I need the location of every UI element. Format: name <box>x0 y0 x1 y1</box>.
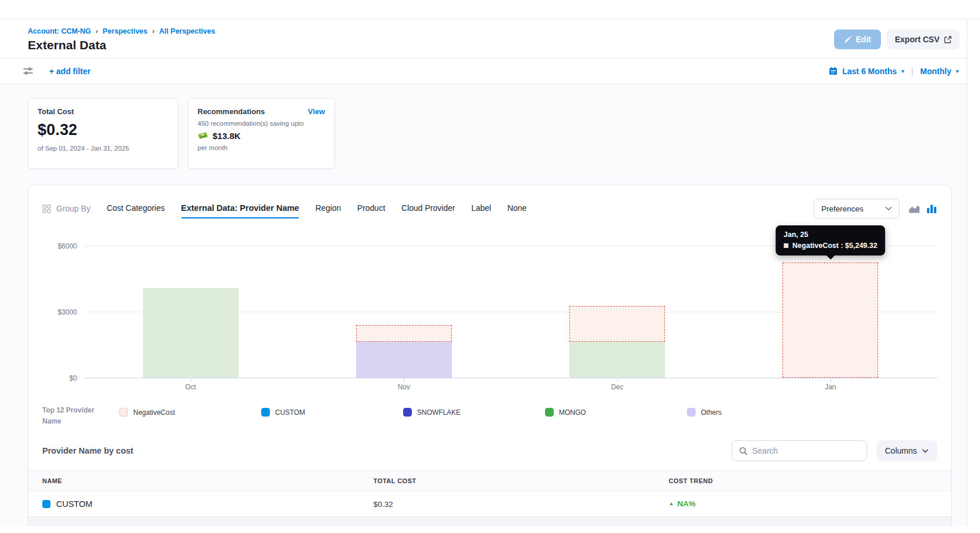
cell-total-cost: $0.32 <box>374 499 669 509</box>
cell-cost-trend: ▲NA% <box>668 499 937 508</box>
legend-item-snowflake[interactable]: SNOWFLAKE <box>403 405 545 417</box>
time-filters: Last 6 Months ▾ | Monthly ▾ <box>829 66 959 76</box>
page-title: External Data <box>28 38 215 52</box>
page-header: Account: CCM-NG›Perspectives›All Perspec… <box>0 20 967 58</box>
recommendations-label: Recommendations <box>198 107 265 116</box>
search-box <box>732 440 867 461</box>
bar-negativecost-jan[interactable] <box>782 262 878 378</box>
legend-swatch-icon <box>403 408 412 417</box>
cell-name: CUSTOM <box>42 499 374 509</box>
x-axis-tick <box>617 379 618 382</box>
tab-product[interactable]: Product <box>357 203 385 214</box>
bar-mongo-oct[interactable] <box>143 288 239 378</box>
y-axis-tick-label: $3000 <box>42 308 77 316</box>
trend-up-icon: ▲ <box>668 501 674 506</box>
header-actions: Edit Export CSV <box>834 30 960 49</box>
breadcrumb-item[interactable]: All Perspectives <box>159 27 215 35</box>
legend-swatch-icon <box>545 408 554 417</box>
legend-swatch-icon <box>261 408 270 417</box>
column-header-name[interactable]: NAME <box>42 477 374 484</box>
area-chart-icon[interactable] <box>908 204 920 214</box>
edit-button[interactable]: Edit <box>834 30 881 49</box>
x-axis-label: Nov <box>297 383 510 391</box>
chart-x-axis: OctNovDecJan <box>84 378 937 391</box>
chart-tooltip: Jan, 25 NegativeCost : $5,249.32 <box>776 225 886 255</box>
search-icon <box>739 447 748 455</box>
group-by-label: Group By <box>56 204 90 213</box>
chart-legend: Top 12 Provider Name NegativeCostCUSTOMS… <box>28 391 951 426</box>
legend-item-label: Others <box>701 408 722 417</box>
column-header-total-cost[interactable]: TOTAL COST <box>374 477 669 484</box>
chevron-down-icon[interactable]: ▾ <box>956 68 959 74</box>
tab-none[interactable]: None <box>507 203 526 214</box>
legend-item-label: NegativeCost <box>133 408 175 417</box>
tab-label[interactable]: Label <box>471 203 491 214</box>
tooltip-title: Jan, 25 <box>784 231 877 239</box>
bar-group-nov <box>356 236 452 378</box>
perspective-panel: Group By Cost CategoriesExternal Data: P… <box>28 185 952 526</box>
group-by-tabs: Cost CategoriesExternal Data: Provider N… <box>107 203 526 214</box>
columns-button[interactable]: Columns <box>876 440 937 461</box>
content-area: Total Cost $0.32 of Sep 01, 2024 - Jan 3… <box>0 84 967 526</box>
group-by-label-wrap: Group By <box>42 204 90 213</box>
tab-cloud-provider[interactable]: Cloud Provider <box>401 203 455 214</box>
legend-item-negativecost[interactable]: NegativeCost <box>119 405 261 417</box>
filter-settings-icon[interactable] <box>23 67 33 75</box>
chevron-down-icon <box>885 206 892 211</box>
table-section-header: Provider Name by cost Columns <box>28 426 951 470</box>
window-top-margin <box>0 0 980 19</box>
table-body: CUSTOM$0.32▲NA% <box>28 491 951 517</box>
legend-item-label: MONGO <box>559 408 586 417</box>
total-cost-value: $0.32 <box>374 500 393 509</box>
preferences-dropdown[interactable]: Preferences <box>814 199 899 218</box>
grid-icon <box>42 205 51 213</box>
tab-region[interactable]: Region <box>315 203 341 214</box>
bar-negativecost-dec[interactable] <box>569 306 665 341</box>
total-cost-period: of Sep 01, 2024 - Jan 31, 2025 <box>38 145 169 152</box>
y-axis-tick-label: $6000 <box>42 242 77 250</box>
recommendations-summary: 450 recommendation(s) saving upto <box>198 120 325 127</box>
column-header-cost-trend[interactable]: COST TREND <box>668 477 937 484</box>
x-axis-tick <box>404 379 404 382</box>
breadcrumb: Account: CCM-NG›Perspectives›All Perspec… <box>28 27 215 35</box>
savings-amount: $13.8K <box>213 131 240 141</box>
legend-item-others[interactable]: Others <box>687 405 829 417</box>
x-axis-tick <box>831 379 831 382</box>
bar-mongo-dec[interactable] <box>569 342 665 378</box>
breadcrumb-item[interactable]: Account: CCM-NG <box>28 27 91 35</box>
tab-cost-categories[interactable]: Cost Categories <box>107 203 164 214</box>
legend-items: NegativeCostCUSTOMSNOWFLAKEMONGOOthers <box>119 405 937 417</box>
granularity-dropdown[interactable]: Monthly <box>920 67 952 76</box>
time-range-dropdown[interactable]: Last 6 Months <box>842 67 897 76</box>
export-csv-button[interactable]: Export CSV <box>887 30 960 49</box>
x-axis-label: Oct <box>84 383 297 391</box>
header-left: Account: CCM-NG›Perspectives›All Perspec… <box>28 27 215 52</box>
trend-percent: NA% <box>677 499 696 508</box>
legend-item-label: SNOWFLAKE <box>417 408 460 417</box>
chevron-down-icon[interactable]: ▾ <box>901 68 904 74</box>
legend-item-mongo[interactable]: MONGO <box>545 405 687 417</box>
savings-period: per month <box>198 144 325 151</box>
x-axis-label: Jan <box>724 383 937 391</box>
total-cost-card: Total Cost $0.32 of Sep 01, 2024 - Jan 3… <box>28 98 178 169</box>
chart-controls: Preferences <box>814 199 937 218</box>
money-icon <box>198 132 209 140</box>
provider-color-swatch <box>42 500 50 508</box>
bar-negativecost-nov[interactable] <box>356 325 452 341</box>
breadcrumb-separator: › <box>95 27 98 35</box>
breadcrumb-item[interactable]: Perspectives <box>103 27 147 35</box>
bar-snowflake-nov[interactable] <box>356 342 452 378</box>
external-link-icon <box>944 36 952 43</box>
legend-item-custom[interactable]: CUSTOM <box>261 405 403 417</box>
chart-plot: Jan, 25 NegativeCost : $5,249.32 $0$3000… <box>84 236 937 378</box>
filter-bar: + add filter Last 6 Months ▾ | Monthly ▾ <box>0 58 967 84</box>
bar-chart-icon[interactable] <box>926 204 937 214</box>
breadcrumb-separator: › <box>152 27 155 35</box>
view-recommendations-link[interactable]: View <box>308 107 325 116</box>
cost-chart: Jan, 25 NegativeCost : $5,249.32 $0$3000… <box>28 219 951 391</box>
tab-external-data-provider-name[interactable]: External Data: Provider Name <box>181 203 299 214</box>
add-filter-button[interactable]: + add filter <box>49 67 90 76</box>
search-input[interactable] <box>752 446 860 455</box>
tooltip-value: NegativeCost : $5,249.32 <box>792 242 877 250</box>
table-row[interactable]: CUSTOM$0.32▲NA% <box>28 491 951 517</box>
